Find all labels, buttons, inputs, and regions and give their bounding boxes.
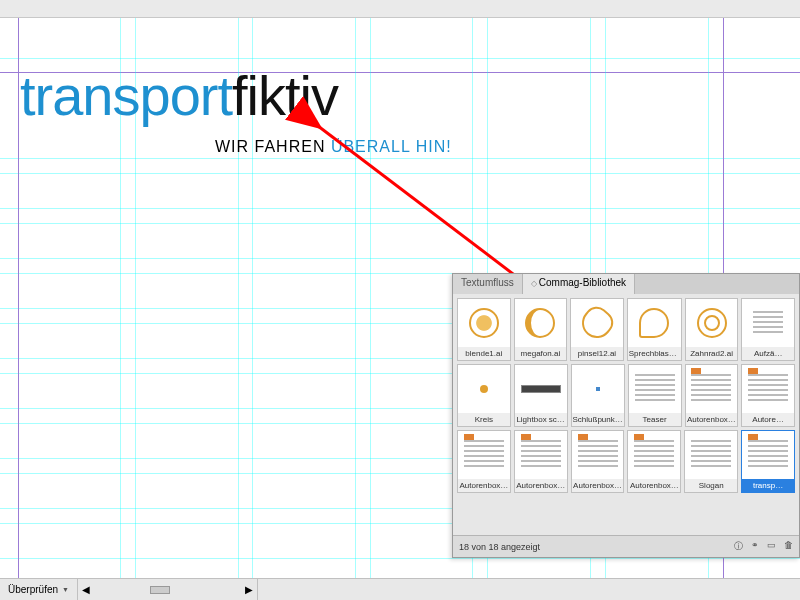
thumb-lines-icon — [685, 431, 737, 479]
library-item[interactable]: Autorenbox… — [685, 364, 739, 427]
panel-icons: ⓘ ⚭ ▭ 🗑 — [734, 540, 793, 553]
library-item[interactable]: Autorenbox… — [457, 430, 511, 493]
library-panel[interactable]: Textumfluss ◇Commag-Bibliothek blende1.a… — [452, 273, 800, 558]
library-item-label: transp… — [742, 479, 794, 492]
status-scroll[interactable]: ◀ ▶ — [78, 579, 258, 600]
thumb-taglines-icon — [572, 431, 624, 479]
library-item-label: Zahnrad2.ai — [686, 347, 738, 360]
scrollbar-thumb[interactable] — [150, 586, 170, 594]
tab-textumfluss[interactable]: Textumfluss — [453, 274, 523, 294]
library-item[interactable]: Autorenbox… — [627, 430, 681, 493]
library-item[interactable]: Teaser — [628, 364, 682, 427]
library-item-label: Slogan — [685, 479, 737, 492]
library-item-label: Sprechblase.ai — [628, 347, 681, 360]
library-item[interactable]: blende1.ai — [457, 298, 511, 361]
library-item-label: Autorenbox… — [458, 479, 510, 492]
thumb-megaphone-icon — [515, 299, 567, 347]
link-icon[interactable]: ⚭ — [751, 540, 759, 553]
thumb-list-icon — [742, 299, 794, 347]
thumb-dot-icon — [458, 365, 510, 413]
new-icon[interactable]: ▭ — [767, 540, 776, 553]
library-item-label: Autorenbox… — [628, 479, 680, 492]
logo-part1: transport — [20, 64, 232, 127]
logo-text[interactable]: transportfiktiv — [20, 63, 338, 128]
chevron-right-icon[interactable]: ▶ — [245, 584, 253, 595]
panel-status-text: 18 von 18 angezeigt — [459, 542, 540, 552]
thumb-taglines-icon — [742, 365, 794, 413]
thumb-aperture-icon — [458, 299, 510, 347]
library-item[interactable]: Sprechblase.ai — [627, 298, 682, 361]
library-item-label: Autorenbox… — [515, 479, 567, 492]
thumb-taglines-icon — [515, 431, 567, 479]
thumb-taglines-icon — [628, 431, 680, 479]
app-status-bar: Überprüfen ▼ ◀ ▶ — [0, 578, 800, 600]
library-item[interactable]: Kreis — [457, 364, 511, 427]
thumb-taglines-icon — [458, 431, 510, 479]
info-icon[interactable]: ⓘ — [734, 540, 743, 553]
library-item-label: megafon.ai — [515, 347, 567, 360]
library-item[interactable]: Autorenbox… — [514, 430, 568, 493]
thumb-taglines-icon — [686, 365, 738, 413]
library-item[interactable]: Autorenbox… — [571, 430, 625, 493]
library-item-label: Aufzä… — [742, 347, 794, 360]
chevron-left-icon[interactable]: ◀ — [82, 584, 90, 595]
library-item[interactable]: Lightbox sc… — [514, 364, 568, 427]
library-item-label: blende1.ai — [458, 347, 510, 360]
library-grid: blende1.aimegafon.aipinsel12.aiSprechbla… — [453, 294, 799, 536]
chevron-down-icon: ▼ — [62, 586, 69, 593]
thumb-bar-icon — [515, 365, 567, 413]
library-item[interactable]: megafon.ai — [514, 298, 568, 361]
library-item-label: Autorenbox… — [686, 413, 738, 426]
library-item-label: Autore… — [742, 413, 794, 426]
thumb-brush-icon — [571, 299, 623, 347]
logo-part2: fiktiv — [232, 64, 338, 127]
library-item[interactable]: Autore… — [741, 364, 795, 427]
tab-label: Commag-Bibliothek — [539, 277, 626, 288]
status-uberprufen[interactable]: Überprüfen ▼ — [0, 579, 78, 600]
library-item-label: pinsel12.ai — [571, 347, 623, 360]
panel-tabs: Textumfluss ◇Commag-Bibliothek — [453, 274, 799, 294]
thumb-lines-icon — [629, 365, 681, 413]
tagline-part1: WIR FAHREN — [215, 138, 331, 155]
ruler-top[interactable] — [0, 0, 800, 18]
thumb-speech-icon — [628, 299, 681, 347]
tagline-part2: ÜBERALL HIN! — [331, 138, 452, 155]
thumb-gear-icon — [686, 299, 738, 347]
library-item-label: Kreis — [458, 413, 510, 426]
library-item[interactable]: transp… — [741, 430, 795, 493]
library-item[interactable]: Slogan — [684, 430, 738, 493]
trash-icon[interactable]: 🗑 — [784, 540, 793, 553]
diamond-icon: ◇ — [531, 279, 537, 288]
tagline-text[interactable]: WIR FAHREN ÜBERALL HIN! — [215, 138, 452, 156]
library-item[interactable]: Aufzä… — [741, 298, 795, 361]
library-item[interactable]: Zahnrad2.ai — [685, 298, 739, 361]
panel-status-bar: 18 von 18 angezeigt ⓘ ⚭ ▭ 🗑 — [453, 535, 799, 557]
library-item[interactable]: pinsel12.ai — [570, 298, 624, 361]
library-item-label: Teaser — [629, 413, 681, 426]
library-item-label: Autorenbox… — [572, 479, 624, 492]
tab-commag-bibliothek[interactable]: ◇Commag-Bibliothek — [523, 274, 635, 294]
library-item-label: Schlußpunk… — [572, 413, 624, 426]
library-item-label: Lightbox sc… — [515, 413, 567, 426]
thumb-taglines-icon — [742, 431, 794, 479]
status-label: Überprüfen — [8, 584, 58, 595]
thumb-bluedot-icon — [572, 365, 624, 413]
library-item[interactable]: Schlußpunk… — [571, 364, 625, 427]
